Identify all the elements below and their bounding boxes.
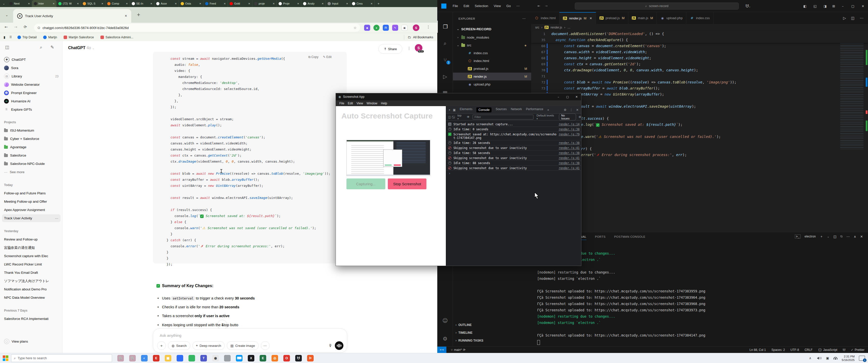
- bookmark-star-icon[interactable]: ☆: [353, 26, 356, 30]
- tab-close-icon[interactable]: ✕: [224, 2, 226, 5]
- editor-line[interactable]: 88});: [531, 176, 868, 182]
- dictate-mic-icon[interactable]: 🎙: [329, 343, 332, 348]
- chat-composer[interactable]: Ask anything + ◍Search ⌖Deep research ▤C…: [153, 328, 347, 353]
- devtools-tab-network[interactable]: Network: [511, 107, 522, 112]
- forward-icon[interactable]: →: [14, 25, 18, 29]
- attach-button[interactable]: +: [157, 341, 166, 350]
- background-tab-sql-s[interactable]: SQL S✕: [81, 0, 105, 7]
- file-preload-js[interactable]: JSpreload.jsM: [453, 65, 531, 73]
- editor-line[interactable]: 67 canvas.width = videoElement.videoWidt…: [531, 49, 868, 55]
- editor-tab-render-js[interactable]: JSrender.jsM✕: [559, 12, 596, 24]
- taskbar-app-teams[interactable]: T: [200, 355, 207, 362]
- panel-more-icon[interactable]: ⋯: [846, 235, 850, 238]
- extension-icon-3[interactable]: FI: [383, 25, 389, 31]
- console-settings-icon[interactable]: ⚙: [579, 115, 581, 119]
- editor-line[interactable]: 66 const canvas = document.createElement…: [531, 43, 868, 49]
- console-sidebar-icon[interactable]: ◫: [448, 115, 451, 119]
- layout-customize-icon[interactable]: ⊞: [829, 0, 839, 12]
- editor-tab-preload-js[interactable]: JSpreload.jsM: [596, 12, 628, 24]
- editor-code[interactable]: 66 const canvas = document.createElement…: [531, 43, 868, 182]
- tab-close-icon[interactable]: ✕: [53, 2, 55, 5]
- console-message[interactable]: Started auto screenshot capture...render…: [446, 122, 581, 127]
- editor-line[interactable]: 78 if (result.success) {: [531, 116, 868, 122]
- tab-list-chevron-icon[interactable]: ⌄: [0, 0, 7, 7]
- eye-icon[interactable]: 👁: [467, 115, 470, 119]
- editor-tab-main-js[interactable]: JSmain.jsM: [628, 12, 657, 24]
- devtools-close-icon[interactable]: ✕: [576, 108, 579, 112]
- bookmark-item[interactable]: Martjin Salesforce: [64, 36, 94, 39]
- console-filter-input[interactable]: Filter: [473, 115, 533, 120]
- editor-line[interactable]: 80 } else {: [531, 128, 868, 134]
- deep-research-button[interactable]: ⌖Deep research: [192, 341, 225, 350]
- browser-profile-avatar[interactable]: S: [413, 25, 420, 31]
- screenshot-app-titlebar[interactable]: ◉ Screenshot App – ▢ ✕: [336, 93, 581, 100]
- reload-icon[interactable]: ⟳: [24, 25, 27, 29]
- sidebar-item-sora[interactable]: Sora: [2, 64, 61, 72]
- sidebar-toggle-icon[interactable]: ◫: [5, 45, 9, 50]
- menu-go[interactable]: Go: [504, 4, 514, 8]
- tab-close-icon[interactable]: ✕: [199, 2, 202, 5]
- menu-edit[interactable]: Edit: [461, 4, 472, 8]
- site-settings-icon[interactable]: ⛭: [38, 26, 40, 30]
- console-source-link[interactable]: render.js:41: [559, 156, 580, 160]
- status-ln-88-col-1[interactable]: Ln 88, Col 1: [750, 348, 766, 352]
- meet-now-icon[interactable]: ▣: [826, 356, 829, 360]
- notification-center-icon[interactable]: 1: [859, 356, 865, 361]
- status-javascript[interactable]: {} JavaScript: [818, 348, 837, 352]
- close-icon[interactable]: ✕: [858, 0, 868, 12]
- console-source-link[interactable]: render.js:41: [559, 166, 580, 170]
- breadcrumb-item[interactable]: src: [535, 26, 539, 29]
- background-tab-inter[interactable]: Inter✕: [32, 0, 57, 7]
- run-debug-icon[interactable]: ▷: [437, 71, 453, 83]
- nav-forward-icon[interactable]: →: [545, 4, 548, 8]
- devtools-settings-icon[interactable]: ⚙: [564, 108, 566, 112]
- editor-line[interactable]: 86 }: [531, 164, 868, 170]
- workspace-root[interactable]: ⌄SCREEN-RECORD: [453, 25, 531, 33]
- editor-line[interactable]: 77: [531, 109, 868, 116]
- tab-close-icon[interactable]: ✕: [28, 2, 30, 5]
- model-switcher[interactable]: ChatGPT 4o ⌄: [68, 45, 94, 50]
- chat-item-notification-about-demo-pro[interactable]: Notification about Demo Pro: [2, 285, 61, 293]
- back-icon[interactable]: ←: [4, 25, 8, 29]
- tab-close-icon[interactable]: ✕: [273, 2, 275, 5]
- menu-more[interactable]: ⋯: [514, 4, 522, 8]
- minimize-icon[interactable]: –: [838, 0, 848, 12]
- bookmark-item[interactable]: Martjn: [43, 36, 57, 39]
- tab-search-chevron[interactable]: ⌄: [2, 11, 11, 19]
- editor-line[interactable]: 79 console.log(`✓ Screenshot saved at: $…: [531, 122, 868, 128]
- browser-menu-icon[interactable]: ⋮: [427, 25, 430, 29]
- editor-line[interactable]: 76 const result = await window.electronA…: [531, 103, 868, 109]
- chat-item-meeting-follow-up-and-offer[interactable]: Meeting Follow-up and Offer: [2, 198, 61, 205]
- console-source-link[interactable]: render.js:38: [559, 161, 580, 165]
- git-branch-item[interactable]: ⑂main*⟳: [451, 348, 466, 352]
- menu-window[interactable]: Window: [367, 102, 377, 105]
- file-src[interactable]: ⌄src●: [453, 41, 531, 49]
- taskbar-app-postman[interactable]: ᐅ: [307, 355, 314, 362]
- maximize-icon[interactable]: ▢: [848, 0, 858, 12]
- console-prompt[interactable]: ›: [448, 172, 451, 175]
- tab-close-icon[interactable]: ✕: [346, 2, 348, 5]
- taskbar-app-app-blue-1[interactable]: [177, 355, 183, 362]
- log-levels-dropdown[interactable]: Default levels ▾: [536, 114, 555, 120]
- editor-more-icon[interactable]: ⋯: [860, 16, 864, 21]
- breadcrumb-item[interactable]: …: [567, 26, 570, 29]
- tab-close-icon[interactable]: ✕: [101, 2, 103, 5]
- taskbar-app-github[interactable]: ᗢ: [295, 355, 302, 362]
- console-source-link[interactable]: render.js:38: [559, 141, 580, 145]
- devtools-menu-icon[interactable]: ⋮: [570, 108, 573, 112]
- taskbar-app-elephant-app-2[interactable]: 🐘: [129, 355, 136, 362]
- settings-gear-icon[interactable]: ⚙: [437, 333, 453, 345]
- run-file-icon[interactable]: ▷: [843, 16, 846, 21]
- background-new-tab-button[interactable]: +: [375, 0, 382, 7]
- taskbar-app-app-gray[interactable]: [224, 355, 230, 362]
- more-tools-button[interactable]: ⋯: [261, 341, 270, 350]
- background-tab-crea[interactable]: Crea✕: [350, 0, 375, 7]
- split-editor-icon[interactable]: ◫: [851, 16, 855, 21]
- split-terminal-icon[interactable]: ◫: [833, 235, 836, 238]
- editor-tab-index-html[interactable]: ⬠index.html: [531, 12, 559, 24]
- console-message[interactable]: Skipping screenshot due to user inactivi…: [446, 156, 581, 161]
- background-tab-gold[interactable]: Gold✕: [228, 0, 252, 7]
- chat-item-follow-up-and-future-plans[interactable]: Follow-up and Future Plans: [2, 189, 61, 197]
- devtools-tab-elements[interactable]: Elements: [460, 107, 472, 112]
- chat-item-lwc-record-picker-limit[interactable]: LWC Record Picker Limit: [2, 260, 61, 268]
